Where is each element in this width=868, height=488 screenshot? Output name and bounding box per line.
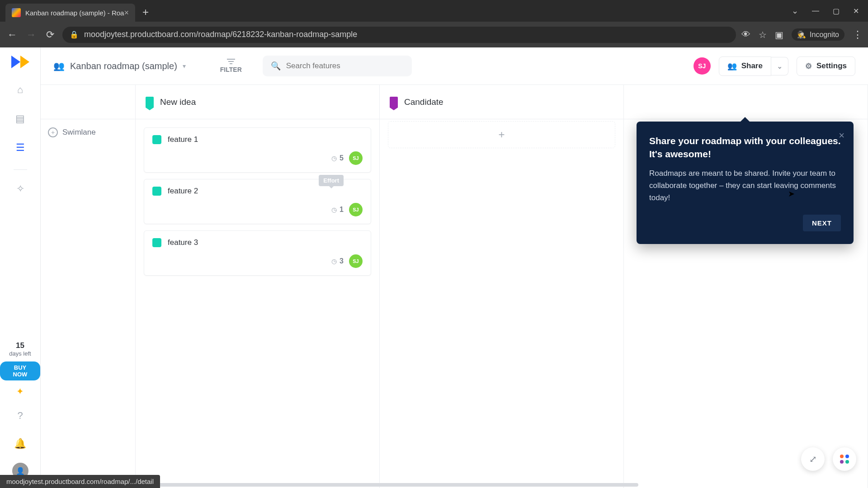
popover-body: Roadmaps are meant to be shared. Invite …	[649, 167, 841, 204]
apps-fab-button[interactable]	[833, 447, 856, 471]
feature-color-chip	[152, 187, 161, 196]
add-card-button[interactable]: +	[388, 121, 615, 148]
reload-icon[interactable]: ⟳	[43, 29, 57, 41]
clock-icon: ◷	[331, 258, 337, 265]
browser-tab[interactable]: Kanban roadmap (sample) - Roa ×	[5, 4, 135, 22]
sidebar-board-icon[interactable]: ▤	[11, 110, 29, 128]
close-tab-icon[interactable]: ×	[124, 8, 129, 18]
assignee-avatar[interactable]: SJ	[349, 151, 363, 165]
eye-off-icon[interactable]: 👁	[741, 29, 750, 40]
buy-now-button[interactable]: BUY NOW	[0, 361, 40, 380]
plus-circle-icon: +	[48, 127, 58, 137]
popover-title: Share your roadmap with your colleagues.…	[649, 134, 841, 161]
logo-icon[interactable]	[11, 56, 29, 68]
popover-next-button[interactable]: NEXT	[803, 215, 841, 231]
add-swimlane-button[interactable]: + Swimlane	[41, 119, 135, 145]
tab-title: Kanban roadmap (sample) - Roa	[25, 9, 124, 17]
effort-value: 1	[340, 206, 344, 214]
browser-status-bar: moodjoytest.productboard.com/roadmap/...…	[0, 475, 160, 488]
share-dropdown-button[interactable]: ⌄	[771, 57, 788, 75]
column-header[interactable]: New idea	[136, 85, 379, 119]
feature-card[interactable]: Effort feature 2 ◷ 1 SJ	[144, 179, 371, 224]
gear-icon: ⚙	[805, 61, 812, 71]
trial-status: 15 days left BUY NOW	[0, 341, 40, 380]
apps-grid-icon	[840, 455, 849, 464]
column-title: New idea	[160, 97, 196, 107]
share-button[interactable]: 👥 Share	[719, 56, 771, 76]
sidebar-roadmap-icon[interactable]: ☰	[11, 139, 29, 157]
sidebar-magic-icon[interactable]: ✧	[11, 180, 29, 198]
tab-favicon-icon	[12, 8, 21, 17]
star-icon[interactable]: ☆	[759, 29, 767, 40]
tabs-dropdown-icon[interactable]: ⌄	[792, 6, 798, 16]
effort-value: 5	[340, 154, 344, 162]
horizontal-scrollbar[interactable]	[47, 482, 868, 488]
popover-close-icon[interactable]: ×	[839, 130, 844, 141]
feature-name: feature 1	[168, 135, 198, 144]
onboarding-popover: × Share your roadmap with your colleague…	[637, 122, 854, 244]
effort-tooltip: Effort	[319, 175, 344, 186]
extension-icon[interactable]: ▣	[775, 29, 783, 40]
search-box[interactable]: 🔍	[263, 56, 412, 76]
share-icon: 👥	[727, 61, 737, 71]
assignee-avatar[interactable]: SJ	[349, 203, 363, 216]
column-header[interactable]	[624, 85, 868, 119]
feature-color-chip	[152, 135, 161, 144]
kanban-column-new-idea: New idea feature 1 ◷ 5 SJ	[136, 85, 380, 488]
expand-icon: ⤢	[809, 454, 817, 465]
filter-icon	[227, 59, 235, 64]
feature-color-chip	[152, 238, 161, 247]
forward-icon[interactable]: →	[24, 29, 38, 41]
search-input[interactable]	[286, 61, 404, 70]
trial-days: 15	[0, 341, 40, 350]
sidebar-home-icon[interactable]: ⌂	[11, 81, 29, 99]
feature-name: feature 2	[168, 187, 198, 196]
swimlane-column: + Swimlane	[41, 84, 136, 488]
people-icon: 👥	[53, 61, 65, 71]
new-tab-button[interactable]: +	[142, 6, 149, 19]
address-bar[interactable]: 🔒 moodjoytest.productboard.com/roadmap/6…	[62, 27, 736, 43]
help-icon[interactable]: ?	[11, 407, 29, 425]
feature-card[interactable]: feature 3 ◷ 3 SJ	[144, 230, 371, 276]
kanban-column-candidate: Candidate +	[380, 85, 624, 488]
settings-button[interactable]: ⚙ Settings	[797, 56, 855, 76]
left-sidebar: ⌂ ▤ ☰ ✧ 15 days left BUY NOW ✦ ? 🔔 👤	[0, 47, 41, 488]
expand-fab-button[interactable]: ⤢	[801, 447, 825, 471]
search-icon: 🔍	[271, 61, 281, 71]
board-title: Kanban roadmap (sample)	[70, 61, 177, 71]
column-header[interactable]: Candidate	[380, 85, 623, 119]
back-icon[interactable]: ←	[5, 29, 19, 41]
feature-card[interactable]: feature 1 ◷ 5 SJ	[144, 127, 371, 173]
bookmark-icon	[390, 97, 398, 108]
browser-tab-strip: Kanban roadmap (sample) - Roa × + ⌄ — ▢ …	[0, 0, 868, 22]
filter-label: FILTER	[220, 66, 242, 73]
filter-button[interactable]: FILTER	[220, 59, 242, 73]
feature-name: feature 3	[168, 238, 198, 247]
current-user-avatar[interactable]: SJ	[693, 57, 711, 75]
assignee-avatar[interactable]: SJ	[349, 254, 363, 268]
incognito-label: Incognito	[810, 31, 839, 39]
clock-icon: ◷	[331, 206, 337, 213]
close-window-icon[interactable]: ✕	[853, 7, 859, 15]
share-label: Share	[741, 61, 763, 70]
column-title: Candidate	[404, 97, 443, 107]
incognito-icon: 🕵	[797, 30, 806, 39]
browser-menu-icon[interactable]: ⋮	[853, 29, 863, 41]
maximize-icon[interactable]: ▢	[833, 7, 840, 15]
effort-value: 3	[340, 257, 344, 265]
trial-days-label: days left	[0, 350, 40, 357]
minimize-icon[interactable]: —	[812, 7, 819, 15]
app-header: 👥 Kanban roadmap (sample) ▾ FILTER 🔍 SJ …	[41, 47, 868, 84]
sparkle-icon[interactable]: ✦	[16, 386, 24, 397]
bell-icon[interactable]: 🔔	[11, 435, 29, 453]
swimlane-label: Swimlane	[62, 128, 96, 137]
incognito-badge[interactable]: 🕵 Incognito	[792, 28, 844, 41]
browser-toolbar: ← → ⟳ 🔒 moodjoytest.productboard.com/roa…	[0, 22, 868, 47]
window-controls: ⌄ — ▢ ✕	[792, 6, 868, 16]
settings-label: Settings	[816, 61, 847, 70]
board-title-selector[interactable]: 👥 Kanban roadmap (sample) ▾	[53, 61, 186, 71]
chevron-down-icon: ▾	[183, 62, 186, 70]
sidebar-divider	[14, 169, 27, 170]
bookmark-icon	[146, 97, 154, 108]
url-text: moodjoytest.productboard.com/roadmap/621…	[84, 30, 357, 39]
